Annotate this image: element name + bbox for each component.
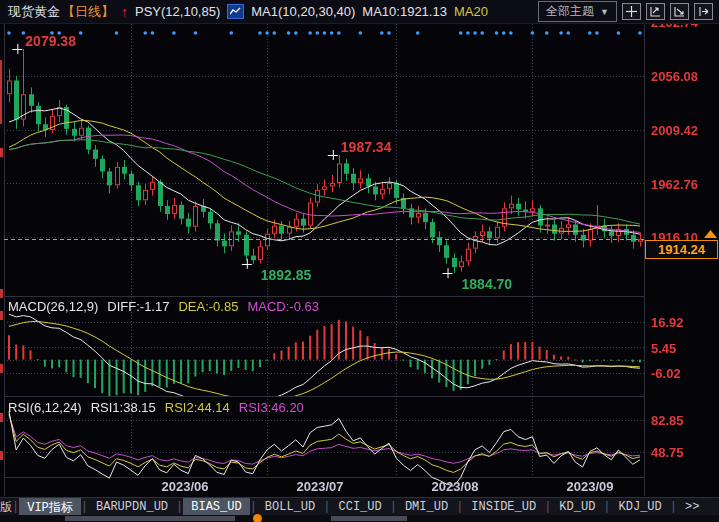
- tab-separator: |: [323, 498, 330, 516]
- line-chart-icon: [227, 4, 244, 19]
- bottom-tab-more[interactable]: >>: [677, 498, 707, 516]
- x-axis-label: 2023/09: [550, 479, 630, 494]
- rsi-panel-header: RSI(6,12,24)RSI1:38.15RSI2:44.14RSI3:46.…: [8, 400, 313, 415]
- price-annotation: 1987.34: [341, 139, 392, 155]
- macd-macd-value: MACD:-0.63: [247, 299, 319, 314]
- left-edge-fragment: [0, 413, 3, 422]
- axis-zoom-right-icon[interactable]: [670, 3, 689, 20]
- chevron-down-icon: ▼: [600, 7, 609, 17]
- rsi2-value: RSI2:44.14: [165, 400, 230, 415]
- tab-separator: |: [670, 498, 677, 516]
- ma10-value: MA10:1921.13: [362, 4, 447, 19]
- ma-group-label[interactable]: MA1(10,20,30,40): [251, 4, 355, 19]
- y-axis-label: 1962.76: [651, 177, 698, 192]
- bottom-tab-VIP指标[interactable]: VIP指标: [19, 498, 81, 516]
- y-axis-label: 2009.42: [651, 123, 698, 138]
- rsi-y-axis-label: 82.85: [651, 413, 684, 428]
- tab-separator: |: [390, 498, 397, 516]
- tab-separator: |: [176, 498, 183, 516]
- macd-y-axis-label: 16.92: [651, 315, 684, 330]
- tab-separator: |: [81, 498, 88, 516]
- up-arrow-icon: ↑: [121, 5, 128, 19]
- x-axis-label: 2023/08: [415, 479, 495, 494]
- bottom-tab-CCI_UD[interactable]: CCI_UD: [330, 498, 389, 516]
- left-edge-fragment: [0, 60, 2, 124]
- scrollbar-thumb[interactable]: [65, 516, 235, 521]
- theme-dropdown[interactable]: 全部主题 ▼: [538, 1, 617, 22]
- chart-canvas[interactable]: [0, 0, 719, 522]
- bottom-tab-DMI_UD[interactable]: DMI_UD: [397, 498, 456, 516]
- price-annotation: 2079.38: [25, 33, 76, 49]
- theme-dropdown-label: 全部主题: [546, 3, 594, 20]
- rsi3-value: RSI3:46.20: [239, 400, 304, 415]
- shift-right-icon[interactable]: [694, 3, 713, 20]
- x-axis-label: 2023/07: [280, 479, 360, 494]
- psy-indicator-label[interactable]: PSY(12,10,85): [135, 4, 220, 19]
- symbol-name[interactable]: 现货黄金: [8, 3, 60, 21]
- macd-panel-header: MACD(26,12,9)DIFF:-1.17DEA:-0.85MACD:-0.…: [8, 299, 328, 314]
- tab-separator: |: [603, 498, 610, 516]
- left-edge-fragment: [0, 451, 3, 460]
- bottom-tab-BIAS_UD[interactable]: BIAS_UD: [183, 498, 249, 516]
- scrollbar-thumb-2[interactable]: [331, 516, 407, 521]
- macd-y-axis-label: 5.45: [651, 341, 676, 356]
- bottom-tab-INSIDE_UD[interactable]: INSIDE_UD: [463, 498, 544, 516]
- horizontal-scrollbar[interactable]: [0, 515, 719, 522]
- bottom-tab-BARUPDN_UD[interactable]: BARUPDN_UD: [88, 498, 176, 516]
- period-label: 【日线】: [62, 3, 114, 21]
- price-annotation: 1884.70: [462, 276, 513, 292]
- tab-separator: |: [544, 498, 551, 516]
- left-edge-fragment: [0, 311, 3, 320]
- rsi-title[interactable]: RSI(6,12,24): [8, 400, 82, 415]
- tab-separator: |: [12, 498, 19, 516]
- current-price-badge: 1914.24: [645, 240, 718, 259]
- macd-dea-value: DEA:-0.85: [178, 299, 238, 314]
- axis-zoom-left-icon[interactable]: [646, 3, 665, 20]
- bottom-tab-BOLL_UD[interactable]: BOLL_UD: [257, 498, 323, 516]
- rsi1-value: RSI1:38.15: [91, 400, 156, 415]
- x-axis-label: 2023/06: [145, 479, 225, 494]
- bottom-tab-KDJ_UD[interactable]: KDJ_UD: [611, 498, 670, 516]
- bottom-tab-版[interactable]: 版: [0, 498, 12, 516]
- pan-icon[interactable]: [622, 3, 641, 20]
- left-edge-fragment: [0, 289, 3, 298]
- macd-title[interactable]: MACD(26,12,9): [8, 299, 98, 314]
- macd-diff-value: DIFF:-1.17: [107, 299, 169, 314]
- y-axis-label: 2056.08: [651, 69, 698, 84]
- scroll-marker-dot[interactable]: [253, 514, 262, 522]
- left-edge-fragment: [0, 148, 3, 157]
- header-bar: 现货黄金 【日线】 ↑ PSY(12,10,85) MA1(10,20,30,4…: [0, 0, 719, 24]
- bottom-tab-bar: 版|VIP指标|BARUPDN_UD|BIAS_UD|BOLL_UD|CCI_U…: [0, 497, 719, 516]
- bottom-tab-KD_UD[interactable]: KD_UD: [551, 498, 603, 516]
- left-edge-fragment: [0, 364, 3, 373]
- macd-y-axis-label: -6.02: [651, 366, 681, 381]
- price-annotation: 1892.85: [261, 267, 312, 283]
- rsi-y-axis-label: 48.75: [651, 445, 684, 460]
- ma20-label: MA20: [454, 4, 488, 19]
- tab-separator: |: [456, 498, 463, 516]
